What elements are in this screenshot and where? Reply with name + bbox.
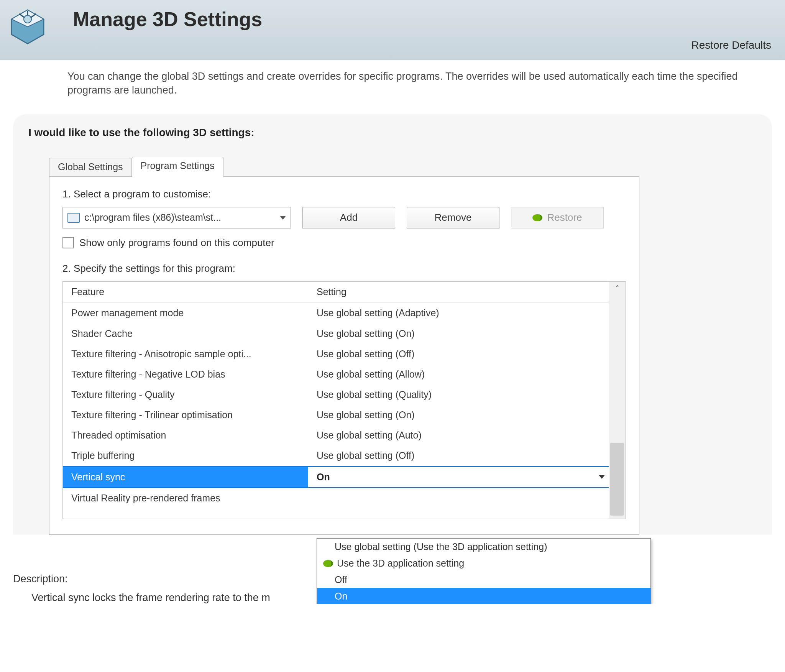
scrollbar[interactable]: ˄ bbox=[609, 282, 626, 519]
setting-cell[interactable]: Use global setting (Allow) bbox=[308, 364, 609, 384]
program-icon bbox=[67, 213, 80, 223]
tabs-area: Global Settings Program Settings 1. Sele… bbox=[49, 157, 639, 535]
feature-cell[interactable]: Texture filtering - Trilinear optimisati… bbox=[63, 405, 308, 425]
feature-cell[interactable]: Texture filtering - Quality bbox=[63, 384, 308, 405]
tab-global-settings[interactable]: Global Settings bbox=[49, 158, 132, 176]
program-row: c:\program files (x86)\steam\st... Add R… bbox=[62, 207, 626, 228]
settings-rows: Power management modeUse global setting … bbox=[63, 303, 609, 508]
tab-panel-program-settings: 1. Select a program to customise: c:\pro… bbox=[49, 176, 639, 535]
scroll-up-icon[interactable]: ˄ bbox=[609, 282, 626, 297]
tab-program-settings[interactable]: Program Settings bbox=[132, 157, 223, 177]
intro-text: You can change the global 3D settings an… bbox=[67, 69, 750, 97]
scroll-thumb[interactable] bbox=[610, 443, 624, 516]
setting-cell[interactable] bbox=[308, 488, 609, 508]
settings-table: Feature Setting ˄ Power management modeU… bbox=[62, 281, 626, 519]
feature-cell[interactable]: Virtual Reality pre-rendered frames bbox=[63, 488, 308, 508]
vsync-dropdown[interactable]: Use global setting (Use the 3D applicati… bbox=[317, 538, 651, 604]
chevron-down-icon bbox=[599, 475, 605, 479]
feature-cell[interactable]: Vertical sync bbox=[63, 466, 308, 488]
restore-button-label: Restore bbox=[547, 212, 582, 223]
dropdown-option[interactable]: Off bbox=[317, 572, 650, 588]
feature-cell[interactable]: Triple buffering bbox=[63, 445, 308, 466]
program-select[interactable]: c:\program files (x86)\steam\st... bbox=[62, 207, 291, 228]
feature-cell[interactable]: Texture filtering - Negative LOD bias bbox=[63, 364, 308, 384]
setting-cell[interactable]: Use global setting (Off) bbox=[308, 445, 609, 466]
checkbox-box bbox=[62, 237, 74, 248]
feature-cell[interactable]: Shader Cache bbox=[63, 324, 308, 344]
restore-button[interactable]: Restore bbox=[511, 207, 604, 228]
settings-card: I would like to use the following 3D set… bbox=[13, 114, 772, 535]
program-select-value: c:\program files (x86)\steam\st... bbox=[84, 212, 275, 223]
col-header-feature[interactable]: Feature bbox=[63, 282, 308, 303]
nvidia-icon bbox=[323, 560, 333, 567]
svg-point-2 bbox=[24, 15, 31, 23]
setting-cell[interactable]: Use global setting (Off) bbox=[308, 344, 609, 364]
dropdown-option[interactable]: On bbox=[317, 588, 650, 604]
add-button[interactable]: Add bbox=[302, 207, 395, 228]
header-bar: Manage 3D Settings Restore Defaults bbox=[0, 0, 785, 60]
nvidia-icon bbox=[532, 214, 542, 221]
section-heading: I would like to use the following 3D set… bbox=[28, 127, 757, 139]
col-header-setting[interactable]: Setting bbox=[308, 282, 609, 303]
step2-label: 2. Specify the settings for this program… bbox=[62, 263, 626, 274]
chevron-down-icon bbox=[280, 216, 286, 220]
dropdown-option[interactable]: Use global setting (Use the 3D applicati… bbox=[317, 539, 650, 555]
setting-cell[interactable]: Use global setting (Adaptive) bbox=[308, 303, 609, 323]
setting-cell[interactable]: Use global setting (On) bbox=[308, 405, 609, 425]
setting-cell[interactable]: Use global setting (On) bbox=[308, 324, 609, 344]
checkbox-label: Show only programs found on this compute… bbox=[79, 237, 274, 249]
setting-cell[interactable]: Use global setting (Auto) bbox=[308, 425, 609, 445]
remove-button[interactable]: Remove bbox=[407, 207, 499, 228]
setting-cell[interactable]: Use global setting (Quality) bbox=[308, 384, 609, 405]
show-only-checkbox[interactable]: Show only programs found on this compute… bbox=[62, 237, 626, 249]
restore-defaults-link[interactable]: Restore Defaults bbox=[691, 39, 771, 51]
step1-label: 1. Select a program to customise: bbox=[62, 188, 626, 200]
dropdown-option[interactable]: Use the 3D application setting bbox=[317, 555, 650, 572]
feature-cell[interactable]: Power management mode bbox=[63, 303, 308, 323]
app-icon bbox=[8, 7, 47, 45]
feature-cell[interactable]: Texture filtering - Anisotropic sample o… bbox=[63, 344, 308, 364]
setting-cell[interactable]: On bbox=[308, 466, 609, 488]
tab-strip: Global Settings Program Settings bbox=[49, 157, 639, 176]
page-title: Manage 3D Settings bbox=[73, 8, 262, 31]
feature-cell[interactable]: Threaded optimisation bbox=[63, 425, 308, 445]
